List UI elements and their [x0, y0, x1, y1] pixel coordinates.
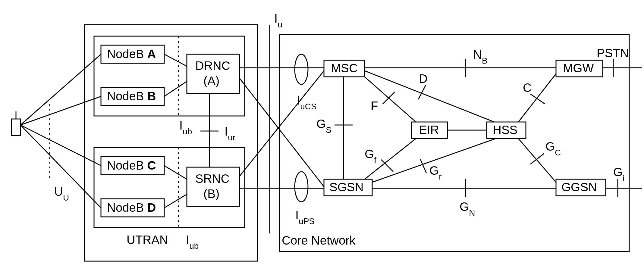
- drnc-line2: (A): [203, 74, 219, 87]
- drnc-to-sgsn: [240, 78, 324, 187]
- iub-bottom-label: Iub: [186, 233, 199, 251]
- umts-architecture-diagram: UU UTRAN NodeB A NodeB B DRNC (A) NodeB …: [0, 0, 644, 275]
- core-label: Core Network: [282, 234, 356, 247]
- srnc-line1: SRNC: [195, 172, 229, 185]
- c-tick: [530, 94, 545, 104]
- pstn-label: PSTN: [597, 46, 629, 60]
- svg-rect-0: [11, 119, 20, 136]
- srnc-to-msc: [240, 71, 324, 176]
- mgw-label: MGW: [563, 61, 594, 75]
- gr-label: Gr: [429, 164, 441, 181]
- uu-label: UU: [54, 185, 69, 202]
- ggsn-label: GGSN: [561, 180, 597, 194]
- ue-to-nodeb-c: [20, 125, 101, 166]
- gr-tick: [420, 159, 426, 173]
- iups-ellipse: [295, 172, 308, 202]
- d-label: D: [419, 72, 428, 85]
- utran-label: UTRAN: [127, 233, 168, 246]
- hss-label: HSS: [493, 123, 517, 136]
- nodeb-d-label: NodeB D: [107, 201, 156, 214]
- ue-to-nodeb-b: [20, 96, 101, 125]
- gn-label: GN: [460, 200, 475, 217]
- nodeb-b-label: NodeB B: [107, 89, 156, 103]
- ue-icon: [11, 111, 20, 136]
- nodeb-a-to-drnc: [164, 54, 187, 66]
- gf-label: Gf: [365, 147, 376, 165]
- nb-label: NB: [473, 48, 488, 65]
- iucs-label: IuCS: [297, 94, 317, 111]
- c-label: C: [523, 81, 532, 94]
- srnc-line2: (B): [203, 187, 219, 200]
- gc-label: GC: [545, 140, 561, 157]
- msc-to-hss: [365, 71, 494, 122]
- drnc-line1: DRNC: [195, 59, 230, 72]
- nodeb-b-to-drnc: [164, 81, 187, 96]
- f-label: F: [371, 99, 378, 112]
- iur-label: Iur: [225, 125, 235, 142]
- iups-label: IuPS: [295, 208, 315, 226]
- nodeb-d-to-srnc: [164, 194, 187, 208]
- iu-label: Iu: [274, 12, 282, 29]
- iub-top-label: Iub: [179, 119, 192, 136]
- ue-to-nodeb-a: [20, 54, 101, 125]
- gs-label: GS: [316, 117, 331, 135]
- nodeb-a-label: NodeB A: [107, 47, 156, 61]
- eir-label: EIR: [419, 123, 439, 136]
- gi-label: Gi: [613, 165, 624, 183]
- msc-label: MSC: [331, 61, 358, 75]
- sgsn-label: SGSN: [329, 180, 363, 194]
- iucs-ellipse: [295, 54, 308, 84]
- nodeb-c-to-srnc: [164, 166, 187, 179]
- nodeb-c-label: NodeB C: [107, 159, 156, 172]
